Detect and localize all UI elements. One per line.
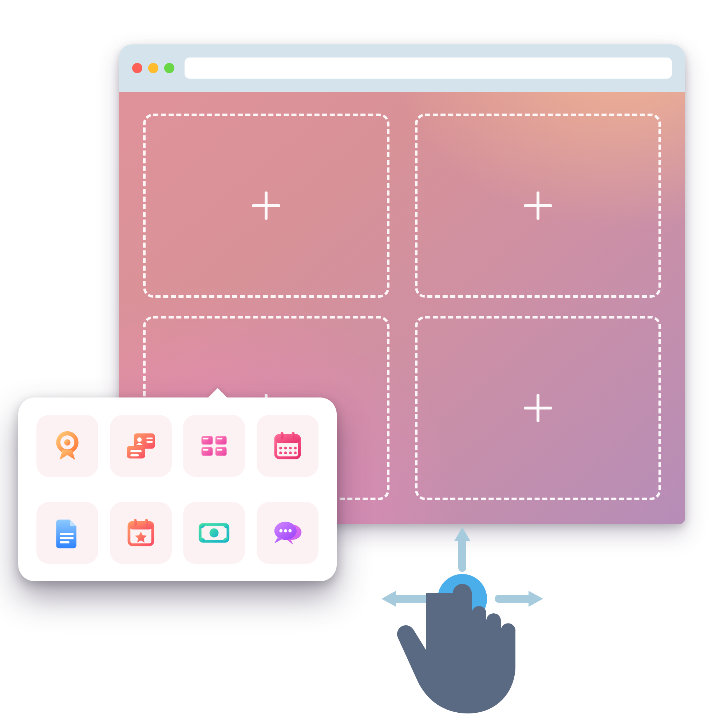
svg-marker-43 [454, 527, 470, 541]
svg-point-48 [437, 574, 487, 624]
svg-rect-19 [281, 432, 284, 439]
chat-widget[interactable] [257, 502, 318, 564]
svg-marker-45 [381, 591, 396, 607]
svg-marker-47 [529, 591, 543, 607]
svg-rect-12 [216, 447, 227, 456]
svg-point-1 [64, 439, 70, 445]
money-bill-icon [197, 516, 231, 550]
close-window-icon[interactable] [132, 63, 142, 73]
plus-icon [524, 394, 552, 422]
plus-icon [252, 191, 280, 220]
svg-point-39 [279, 529, 283, 532]
svg-rect-20 [292, 432, 294, 439]
svg-rect-13 [203, 438, 209, 439]
svg-rect-9 [202, 436, 213, 444]
widget-palette-popover [18, 398, 337, 581]
plus-icon [524, 191, 552, 220]
svg-rect-10 [216, 436, 227, 444]
calendar-icon [271, 429, 304, 463]
svg-point-37 [210, 529, 219, 538]
svg-point-3 [137, 437, 142, 442]
svg-rect-8 [130, 454, 139, 456]
svg-point-41 [288, 529, 292, 532]
svg-point-25 [279, 451, 282, 454]
svg-rect-35 [145, 519, 148, 526]
zoom-window-icon[interactable] [164, 63, 174, 73]
kanban-board-widget[interactable] [183, 415, 245, 477]
dropzone-1[interactable] [143, 113, 390, 298]
svg-rect-16 [217, 449, 222, 451]
svg-point-40 [284, 529, 287, 532]
svg-rect-33 [129, 522, 153, 529]
svg-point-26 [284, 451, 287, 454]
svg-point-22 [284, 447, 287, 450]
svg-rect-4 [146, 437, 153, 439]
payment-widget[interactable] [183, 502, 245, 564]
svg-point-28 [294, 451, 297, 454]
ribbon-award-icon [50, 429, 84, 463]
window-titlebar [119, 44, 685, 92]
svg-rect-34 [134, 519, 136, 526]
drag-move-gesture-icon [353, 524, 579, 728]
svg-rect-18 [275, 435, 299, 443]
document-icon [50, 516, 84, 550]
svg-rect-11 [202, 447, 213, 456]
calendar-month-widget[interactable] [257, 415, 318, 477]
calendar-star-icon [124, 516, 158, 550]
minimize-window-icon[interactable] [148, 63, 158, 73]
award-badge-widget[interactable] [37, 415, 98, 477]
profile-card-widget[interactable] [110, 415, 172, 477]
url-bar[interactable] [185, 58, 672, 79]
svg-rect-15 [203, 449, 209, 451]
svg-point-23 [289, 447, 292, 450]
svg-point-21 [279, 447, 282, 450]
svg-rect-5 [146, 441, 153, 443]
profile-card-icon [124, 429, 158, 463]
svg-rect-14 [217, 438, 222, 439]
window-traffic-lights [132, 63, 174, 73]
svg-rect-30 [60, 537, 73, 540]
svg-rect-29 [60, 533, 73, 535]
grid-tiles-icon [197, 429, 231, 463]
chat-bubbles-icon [271, 516, 304, 550]
svg-rect-7 [130, 450, 142, 453]
dropzone-4[interactable] [415, 316, 661, 500]
svg-point-27 [289, 451, 292, 454]
dropzone-2[interactable] [415, 113, 661, 298]
svg-point-24 [294, 447, 297, 450]
event-star-widget[interactable] [110, 502, 172, 564]
document-widget[interactable] [37, 502, 98, 564]
svg-rect-31 [60, 541, 70, 543]
